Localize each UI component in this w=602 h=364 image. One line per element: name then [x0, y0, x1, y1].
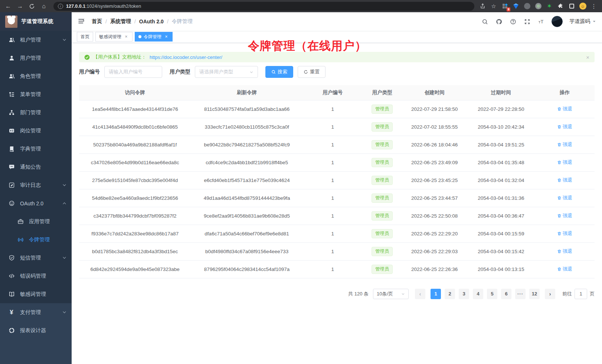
audit-icon: [8, 182, 15, 189]
alert-close-icon[interactable]: ×: [586, 54, 589, 60]
extensions-puzzle-icon[interactable]: [557, 3, 564, 10]
expire-time-cell: 2054-03-04 00:13:15: [467, 260, 535, 278]
sidebar-item-报表设计器[interactable]: 报表设计器: [0, 321, 72, 340]
sidebar-item-短信管理[interactable]: 短信管理: [0, 249, 72, 267]
tab-close-icon[interactable]: ×: [164, 34, 169, 39]
gem-extension-icon[interactable]: [512, 3, 520, 10]
tab-close-icon[interactable]: ×: [124, 34, 129, 39]
breadcrumb-item-OAuth 2.0[interactable]: OAuth 2.0: [139, 19, 164, 24]
extension-grid-icon[interactable]: 9: [501, 3, 508, 10]
table-row: 502375b8040a469a9b82188afdf6af1fbe90422b…: [79, 136, 595, 153]
user-id-cell: 1: [303, 100, 363, 118]
breadcrumb-item-首页[interactable]: 首页: [92, 18, 102, 25]
user-id-input[interactable]: 请输入用户编号: [104, 66, 162, 78]
user-type-badge: 管理员: [372, 105, 393, 114]
force-logout-button[interactable]: 强退: [557, 248, 572, 255]
sidebar-item-支付管理[interactable]: ¥支付管理: [0, 303, 72, 321]
address-bar[interactable]: i 127.0.0.1:1024/system/oauth2/token: [53, 2, 474, 11]
goto-page-input[interactable]: [575, 289, 587, 299]
sidebar-item-部门管理[interactable]: 部门管理: [0, 103, 72, 122]
force-logout-button[interactable]: 强退: [557, 106, 572, 112]
user-type-badge: 管理员: [372, 265, 393, 274]
page-button-1[interactable]: 1: [431, 289, 441, 299]
breadcrumb-item-系统管理[interactable]: 系统管理: [110, 18, 131, 25]
forward-icon[interactable]: →: [15, 1, 25, 11]
page-button-12[interactable]: 12: [529, 289, 540, 299]
sidebar-item-用户管理[interactable]: 用户管理: [0, 49, 72, 67]
force-logout-button[interactable]: 强退: [557, 159, 572, 166]
page-button-2[interactable]: 2: [445, 289, 455, 299]
back-icon[interactable]: ←: [3, 1, 13, 11]
page-button-5[interactable]: 5: [487, 289, 497, 299]
user-type-cell: 管理员: [363, 153, 402, 171]
dark-circle-extension-icon[interactable]: [523, 3, 531, 10]
column-header-刷新令牌: 刷新令牌: [191, 85, 302, 100]
bookmark-star-icon[interactable]: ☆: [490, 3, 497, 10]
tab-首页[interactable]: 首页: [77, 32, 93, 42]
green-circle-extension-icon[interactable]: [534, 3, 542, 10]
next-page-button[interactable]: ›: [545, 289, 555, 299]
sidebar-item-OAuth 2.0[interactable]: OAuth 2.0: [0, 194, 72, 212]
more-pages-button[interactable]: ···: [515, 289, 526, 299]
tab-敏感词管理[interactable]: 敏感词管理×: [95, 32, 132, 42]
sidebar-item-应用管理[interactable]: 应用管理: [0, 212, 72, 231]
force-logout-button[interactable]: 强退: [557, 195, 572, 201]
fullscreen-icon[interactable]: [523, 18, 531, 25]
page-info-icon[interactable]: i: [58, 4, 63, 9]
force-logout-button[interactable]: 强退: [557, 177, 572, 183]
vue-devtools-icon[interactable]: ✶: [546, 3, 553, 10]
sidebar-item-租户管理[interactable]: 租户管理: [0, 31, 72, 49]
force-logout-button[interactable]: 强退: [557, 141, 572, 148]
force-logout-button[interactable]: 强退: [557, 230, 572, 237]
help-icon[interactable]: [509, 18, 517, 25]
tab-令牌管理[interactable]: 令牌管理×: [135, 32, 173, 42]
user-type-cell: 管理员: [363, 189, 402, 207]
reset-button[interactable]: 重置: [298, 66, 325, 78]
sidebar-item-令牌管理[interactable]: 令牌管理: [0, 231, 72, 249]
force-logout-button[interactable]: 强退: [557, 212, 572, 219]
breadcrumb-item-令牌管理: 令牌管理: [172, 18, 193, 25]
doc-link[interactable]: https://doc.iocoder.cn/user-center/: [150, 54, 222, 60]
sidebar-item-通知公告[interactable]: 通知公告: [0, 158, 72, 176]
page-size-select[interactable]: 10条/页: [373, 289, 409, 299]
access-token-cell: 6d842e2924594de9a09e45e087323abe: [79, 260, 191, 278]
prev-page-button[interactable]: ‹: [415, 289, 425, 299]
page-button-4[interactable]: 4: [473, 289, 483, 299]
sidebar-item-岗位管理[interactable]: 岗位管理: [0, 122, 72, 140]
hamburger-icon[interactable]: [78, 17, 86, 26]
user-menu[interactable]: 芋道源码: [569, 18, 596, 25]
page-button-3[interactable]: 3: [459, 289, 469, 299]
tab-layout-icon[interactable]: [568, 3, 575, 10]
font-size-icon[interactable]: TT: [537, 18, 545, 25]
user-id-cell: 1: [303, 136, 363, 153]
action-cell: 强退: [535, 225, 595, 242]
column-header-访问令牌: 访问令牌: [79, 85, 191, 100]
sidebar-item-角色管理[interactable]: 角色管理: [0, 67, 72, 85]
reload-icon[interactable]: [27, 1, 37, 11]
user-type-cell: 管理员: [363, 207, 402, 225]
force-logout-button[interactable]: 强退: [557, 123, 572, 130]
browser-menu-icon[interactable]: ⋮: [590, 3, 598, 10]
access-token-cell: 41c41346a548490f9dc8b01c6bfe0865: [79, 118, 191, 136]
header-search-icon[interactable]: [481, 18, 488, 25]
search-button[interactable]: 搜索: [265, 66, 293, 78]
user-type-select[interactable]: 请选择用户类型: [195, 66, 258, 78]
force-logout-button[interactable]: 强退: [557, 266, 572, 272]
github-icon[interactable]: [495, 18, 503, 25]
breadcrumb: 首页/系统管理/OAuth 2.0/令牌管理: [92, 18, 193, 25]
profile-avatar-icon[interactable]: ☺: [579, 3, 586, 10]
user-avatar[interactable]: [552, 16, 563, 27]
home-icon[interactable]: ⌂: [39, 1, 49, 11]
sidebar-item-审计日志[interactable]: 审计日志: [0, 176, 72, 194]
sidebar-item-错误码管理[interactable]: 错误码管理: [0, 267, 72, 285]
app-logo-bar[interactable]: 芋道管理系统: [0, 12, 72, 31]
column-header-创建时间: 创建时间: [402, 85, 467, 100]
sidebar-item-菜单管理[interactable]: 菜单管理: [0, 85, 72, 103]
sidebar-item-字典管理[interactable]: 字典管理: [0, 140, 72, 158]
tab-label: 敏感词管理: [99, 34, 121, 40]
share-icon[interactable]: [479, 3, 486, 10]
page-button-6[interactable]: 6: [501, 289, 511, 299]
force-logout-label: 强退: [563, 159, 572, 166]
refresh-token-cell: 333ecfc71e02480cb11055c875c3ca0f: [191, 118, 302, 136]
sidebar-item-敏感词管理[interactable]: 敏感词管理: [0, 285, 72, 303]
